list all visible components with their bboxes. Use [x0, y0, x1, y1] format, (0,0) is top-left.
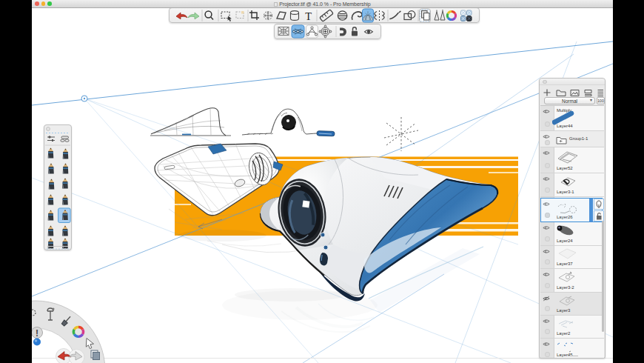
svg-text:!: !	[36, 328, 38, 339]
svg-text:T: T	[305, 10, 312, 22]
